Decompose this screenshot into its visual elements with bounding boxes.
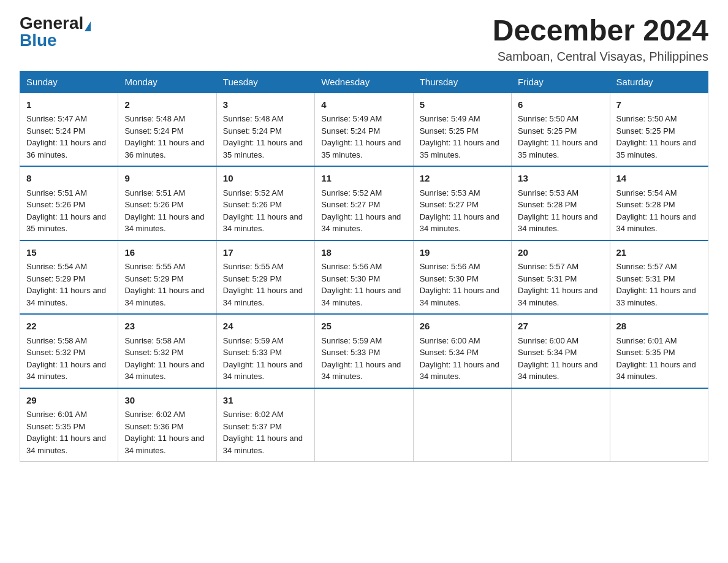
- sunset-text: Sunset: 5:29 PM: [124, 274, 183, 283]
- col-saturday: Saturday: [610, 71, 708, 93]
- daylight-text: Daylight: 11 hours and 34 minutes.: [124, 212, 204, 234]
- day-number: 15: [26, 246, 112, 260]
- sunset-text: Sunset: 5:27 PM: [321, 200, 380, 209]
- daylight-text: Daylight: 11 hours and 35 minutes.: [420, 138, 499, 159]
- daylight-text: Daylight: 11 hours and 34 minutes.: [420, 360, 499, 381]
- sunrise-text: Sunrise: 5:52 AM: [223, 188, 284, 197]
- daylight-text: Daylight: 11 hours and 35 minutes.: [26, 212, 106, 234]
- day-number: 27: [518, 320, 603, 334]
- day-number: 21: [616, 246, 702, 260]
- daylight-text: Daylight: 11 hours and 34 minutes.: [124, 360, 204, 381]
- sunrise-text: Sunrise: 6:02 AM: [223, 410, 284, 419]
- sunrise-text: Sunrise: 5:59 AM: [223, 336, 284, 345]
- daylight-text: Daylight: 11 hours and 34 minutes.: [616, 212, 696, 234]
- sunset-text: Sunset: 5:26 PM: [124, 200, 183, 209]
- daylight-text: Daylight: 11 hours and 34 minutes.: [518, 286, 597, 307]
- day-number: 25: [321, 320, 406, 334]
- table-row: [512, 388, 610, 462]
- sunrise-text: Sunrise: 5:50 AM: [616, 114, 677, 123]
- daylight-text: Daylight: 11 hours and 33 minutes.: [616, 286, 696, 307]
- sunrise-text: Sunrise: 5:48 AM: [124, 114, 185, 123]
- sunrise-text: Sunrise: 5:52 AM: [321, 188, 382, 197]
- col-friday: Friday: [512, 71, 610, 93]
- daylight-text: Daylight: 11 hours and 34 minutes.: [321, 212, 401, 234]
- sunrise-text: Sunrise: 5:57 AM: [616, 262, 677, 271]
- sunset-text: Sunset: 5:35 PM: [616, 348, 675, 357]
- table-row: 24Sunrise: 5:59 AMSunset: 5:33 PMDayligh…: [216, 314, 314, 388]
- sunset-text: Sunset: 5:26 PM: [223, 200, 282, 209]
- day-number: 12: [420, 172, 505, 186]
- daylight-text: Daylight: 11 hours and 34 minutes.: [223, 212, 303, 234]
- calendar-week-row-2: 8Sunrise: 5:51 AMSunset: 5:26 PMDaylight…: [20, 166, 708, 240]
- daylight-text: Daylight: 11 hours and 35 minutes.: [616, 138, 696, 159]
- sunrise-text: Sunrise: 5:55 AM: [223, 262, 284, 271]
- sunset-text: Sunset: 5:34 PM: [518, 348, 577, 357]
- sunrise-text: Sunrise: 5:49 AM: [420, 114, 480, 123]
- table-row: 20Sunrise: 5:57 AMSunset: 5:31 PMDayligh…: [512, 240, 610, 315]
- col-tuesday: Tuesday: [216, 71, 314, 93]
- sunrise-text: Sunrise: 6:00 AM: [518, 336, 578, 345]
- logo-general-text: General: [20, 13, 83, 33]
- day-number: 26: [420, 320, 505, 334]
- day-number: 8: [26, 172, 112, 186]
- table-row: 15Sunrise: 5:54 AMSunset: 5:29 PMDayligh…: [20, 240, 118, 315]
- title-section: December 2024 Samboan, Central Visayas, …: [493, 15, 708, 64]
- daylight-text: Daylight: 11 hours and 36 minutes.: [26, 138, 106, 159]
- table-row: 29Sunrise: 6:01 AMSunset: 5:35 PMDayligh…: [20, 388, 118, 462]
- daylight-text: Daylight: 11 hours and 34 minutes.: [223, 286, 303, 307]
- day-number: 6: [518, 98, 603, 112]
- table-row: 17Sunrise: 5:55 AMSunset: 5:29 PMDayligh…: [216, 240, 314, 315]
- table-row: 1Sunrise: 5:47 AMSunset: 5:24 PMDaylight…: [20, 93, 118, 167]
- daylight-text: Daylight: 11 hours and 34 minutes.: [420, 286, 499, 307]
- daylight-text: Daylight: 11 hours and 34 minutes.: [420, 212, 499, 234]
- day-number: 19: [420, 246, 505, 260]
- daylight-text: Daylight: 11 hours and 34 minutes.: [518, 212, 597, 234]
- table-row: 9Sunrise: 5:51 AMSunset: 5:26 PMDaylight…: [118, 166, 216, 240]
- sunset-text: Sunset: 5:24 PM: [124, 126, 183, 136]
- table-row: 22Sunrise: 5:58 AMSunset: 5:32 PMDayligh…: [20, 314, 118, 388]
- sunset-text: Sunset: 5:30 PM: [321, 274, 380, 283]
- sunrise-text: Sunrise: 5:54 AM: [26, 262, 87, 271]
- sunset-text: Sunset: 5:26 PM: [26, 200, 85, 209]
- col-monday: Monday: [118, 71, 216, 93]
- day-number: 1: [26, 98, 112, 112]
- sunrise-text: Sunrise: 5:54 AM: [616, 188, 677, 197]
- sunrise-text: Sunrise: 5:47 AM: [26, 114, 87, 123]
- logo-blue-row: Blue: [20, 32, 57, 49]
- sunset-text: Sunset: 5:28 PM: [518, 200, 577, 209]
- day-number: 29: [26, 394, 112, 408]
- day-number: 7: [616, 98, 702, 112]
- daylight-text: Daylight: 11 hours and 35 minutes.: [321, 138, 401, 159]
- sunrise-text: Sunrise: 5:55 AM: [124, 262, 185, 271]
- sunrise-text: Sunrise: 5:58 AM: [26, 336, 87, 345]
- table-row: 25Sunrise: 5:59 AMSunset: 5:33 PMDayligh…: [315, 314, 413, 388]
- sunrise-text: Sunrise: 5:53 AM: [420, 188, 480, 197]
- daylight-text: Daylight: 11 hours and 34 minutes.: [321, 286, 401, 307]
- day-number: 4: [321, 98, 406, 112]
- col-wednesday: Wednesday: [315, 71, 413, 93]
- calendar-week-row-1: 1Sunrise: 5:47 AMSunset: 5:24 PMDaylight…: [20, 93, 708, 167]
- calendar-header-row: Sunday Monday Tuesday Wednesday Thursday…: [20, 71, 708, 93]
- sunrise-text: Sunrise: 5:53 AM: [518, 188, 578, 197]
- table-row: 27Sunrise: 6:00 AMSunset: 5:34 PMDayligh…: [512, 314, 610, 388]
- sunset-text: Sunset: 5:33 PM: [223, 348, 282, 357]
- col-thursday: Thursday: [413, 71, 511, 93]
- daylight-text: Daylight: 11 hours and 34 minutes.: [616, 360, 696, 381]
- day-number: 10: [223, 172, 308, 186]
- calendar-table: Sunday Monday Tuesday Wednesday Thursday…: [20, 71, 708, 462]
- table-row: 7Sunrise: 5:50 AMSunset: 5:25 PMDaylight…: [610, 93, 708, 167]
- day-number: 2: [124, 98, 210, 112]
- table-row: 2Sunrise: 5:48 AMSunset: 5:24 PMDaylight…: [118, 93, 216, 167]
- sunrise-text: Sunrise: 5:51 AM: [124, 188, 185, 197]
- month-title: December 2024: [493, 15, 708, 47]
- day-number: 14: [616, 172, 702, 186]
- daylight-text: Daylight: 11 hours and 34 minutes.: [518, 360, 597, 381]
- day-number: 13: [518, 172, 603, 186]
- daylight-text: Daylight: 11 hours and 34 minutes.: [26, 360, 106, 381]
- daylight-text: Daylight: 11 hours and 34 minutes.: [26, 434, 106, 455]
- sunset-text: Sunset: 5:29 PM: [26, 274, 85, 283]
- table-row: 10Sunrise: 5:52 AMSunset: 5:26 PMDayligh…: [216, 166, 314, 240]
- sunrise-text: Sunrise: 5:57 AM: [518, 262, 578, 271]
- table-row: 23Sunrise: 5:58 AMSunset: 5:32 PMDayligh…: [118, 314, 216, 388]
- day-number: 23: [124, 320, 210, 334]
